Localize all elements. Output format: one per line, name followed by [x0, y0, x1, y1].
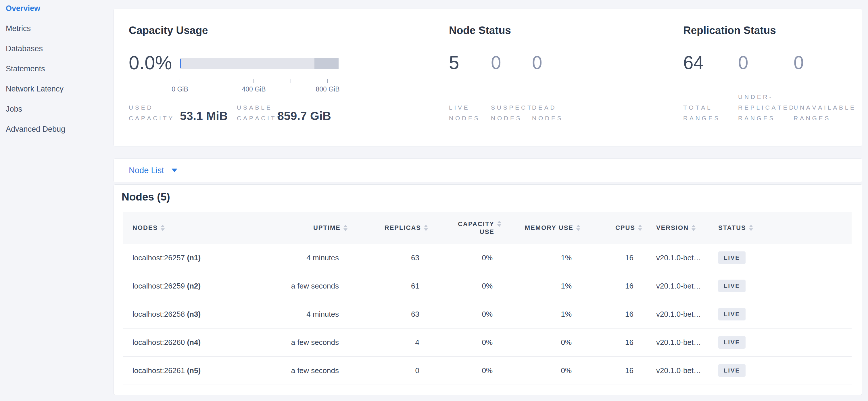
cell-node[interactable]: localhost:26257 (n1) [123, 244, 280, 272]
nodes-table-title: Nodes (5) [122, 191, 170, 203]
node-list-dropdown[interactable]: Node List [114, 159, 862, 182]
cluster-summary-card: Capacity Usage 0.0% 0 GiB400 GiB800 GiB … [114, 9, 862, 146]
sidebar-item-overview[interactable]: Overview [6, 5, 109, 12]
cell-status: LIVE [702, 356, 851, 384]
sidebar-item-statements[interactable]: Statements [6, 65, 109, 73]
column-header-status[interactable]: STATUS [702, 212, 851, 244]
capacity-stats: U S E DC A P A C I T Y53.1 MiBU S A B L … [129, 53, 445, 123]
cell-cpus: 16 [581, 300, 643, 328]
stat-value: 64 [683, 53, 704, 73]
cell-capacity-use: 0% [429, 328, 502, 356]
column-header-label: VERSION [656, 224, 689, 232]
node-host-link[interactable]: localhost:26260 [132, 338, 187, 347]
caret-down-icon [172, 169, 177, 172]
column-header-nodes[interactable]: NODES [123, 212, 280, 244]
node-status-stat: 0S U S P E C TN O D E S [491, 53, 501, 123]
stat-value: 5 [449, 53, 459, 73]
table-row: localhost:26258 (n3)4 minutes630%1%16v20… [123, 300, 851, 328]
table-row: localhost:26257 (n1)4 minutes630%1%16v20… [123, 244, 851, 272]
column-header-cpus[interactable]: CPUS [581, 212, 643, 244]
replication-status-stat: 0U N D E R -R E P L I C A T E DR A N G E… [738, 53, 748, 123]
status-badge: LIVE [718, 336, 746, 349]
status-badge: LIVE [718, 364, 746, 377]
sort-arrows-icon [691, 225, 695, 231]
cell-status: LIVE [702, 244, 851, 272]
stat-label: T O T A LR A N G E S [683, 102, 719, 123]
sidebar-item-metrics[interactable]: Metrics [6, 25, 109, 32]
capacity-stat-label: U S A B L EC A P A C I T Y [237, 102, 281, 123]
cell-cpus: 16 [581, 244, 643, 272]
table-row: localhost:26261 (n5)a few seconds00%0%16… [123, 356, 851, 384]
cell-version: v20.1.0-bet… [643, 244, 702, 272]
cell-status: LIVE [702, 272, 851, 300]
capacity-stat-value: 859.7 GiB [277, 109, 331, 123]
nodes-card: Nodes (5) NODESUPTIMEREPLICASCAPACITYUSE… [114, 184, 862, 395]
cell-uptime: a few seconds [280, 272, 348, 300]
stat-label: U N A V A I L A B L ER A N G E S [794, 102, 855, 123]
cell-memory-use: 0% [502, 328, 581, 356]
cell-uptime: a few seconds [280, 328, 348, 356]
sidebar-item-jobs[interactable]: Jobs [6, 105, 109, 113]
status-badge: LIVE [718, 280, 746, 292]
node-host-link[interactable]: localhost:26258 [132, 310, 187, 318]
capacity-stat-label: U S E DC A P A C I T Y [129, 102, 173, 123]
cell-memory-use: 1% [502, 244, 581, 272]
sort-arrows-icon [749, 225, 753, 231]
node-host-link[interactable]: localhost:26261 [132, 366, 187, 375]
sort-arrows-icon [576, 225, 580, 231]
cell-capacity-use: 0% [429, 356, 502, 384]
replication-status-title: Replication Status [683, 25, 776, 36]
node-status-section: Node Status 5L I V EN O D E S0S U S P E … [449, 9, 679, 147]
cell-capacity-use: 0% [429, 272, 502, 300]
nodes-table: NODESUPTIMEREPLICASCAPACITYUSEMEMORY USE… [123, 212, 851, 385]
node-host-link[interactable]: localhost:26257 [132, 253, 187, 262]
replication-status-stat: 64T O T A LR A N G E S [683, 53, 704, 123]
status-badge: LIVE [718, 308, 746, 320]
column-header-label: CAPACITYUSE [458, 220, 494, 236]
capacity-usage-title: Capacity Usage [129, 25, 208, 36]
cell-replicas: 63 [348, 244, 429, 272]
capacity-stat-value: 53.1 MiB [180, 109, 228, 123]
sort-arrows-icon [497, 221, 501, 227]
node-status-stat: 0D E A DN O D E S [532, 53, 542, 123]
cell-version: v20.1.0-bet… [643, 356, 702, 384]
column-header-label: CPUS [615, 224, 635, 232]
sidebar-item-network-latency[interactable]: Network Latency [6, 85, 109, 93]
column-header-memory-use[interactable]: MEMORY USE [502, 212, 581, 244]
sidebar-item-databases[interactable]: Databases [6, 45, 109, 53]
status-badge: LIVE [718, 251, 746, 264]
node-id: (n3) [187, 310, 200, 318]
replication-status-stats: 64T O T A LR A N G E S0U N D E R -R E P … [683, 53, 861, 123]
cell-node[interactable]: localhost:26258 (n3) [123, 300, 280, 328]
cell-memory-use: 0% [502, 356, 581, 384]
cell-node[interactable]: localhost:26261 (n5) [123, 356, 280, 384]
column-header-label: STATUS [718, 224, 746, 232]
stat-label: U N D E R -R E P L I C A T E DR A N G E … [738, 91, 794, 123]
cell-cpus: 16 [581, 328, 643, 356]
column-header-label: UPTIME [313, 224, 341, 232]
node-list-dropdown-bar: Node List [114, 159, 862, 182]
stat-label: S U S P E C TN O D E S [491, 102, 532, 123]
cell-uptime: 4 minutes [280, 244, 348, 272]
node-id: (n5) [187, 366, 200, 375]
column-header-version[interactable]: VERSION [643, 212, 702, 244]
column-header-label: MEMORY USE [525, 224, 574, 232]
cell-replicas: 4 [348, 328, 429, 356]
column-header-replicas[interactable]: REPLICAS [348, 212, 429, 244]
sidebar-item-advanced-debug[interactable]: Advanced Debug [6, 125, 109, 133]
column-header-capacity-use[interactable]: CAPACITYUSE [429, 212, 502, 244]
node-host-link[interactable]: localhost:26259 [132, 282, 187, 290]
cell-memory-use: 1% [502, 300, 581, 328]
cell-node[interactable]: localhost:26260 (n4) [123, 328, 280, 356]
capacity-usage-section: Capacity Usage 0.0% 0 GiB400 GiB800 GiB … [129, 9, 445, 147]
table-row: localhost:26259 (n2)a few seconds610%1%1… [123, 272, 851, 300]
sidebar-nav: OverviewMetricsDatabasesStatementsNetwor… [6, 5, 109, 146]
column-header-uptime[interactable]: UPTIME [280, 212, 348, 244]
nodes-table-wrap: NODESUPTIMEREPLICASCAPACITYUSEMEMORY USE… [123, 212, 851, 385]
cell-uptime: 4 minutes [280, 300, 348, 328]
nodes-table-header-row: NODESUPTIMEREPLICASCAPACITYUSEMEMORY USE… [123, 212, 851, 244]
node-id: (n1) [187, 253, 200, 262]
nodes-table-body: localhost:26257 (n1)4 minutes630%1%16v20… [123, 244, 851, 384]
cell-replicas: 63 [348, 300, 429, 328]
cell-node[interactable]: localhost:26259 (n2) [123, 272, 280, 300]
